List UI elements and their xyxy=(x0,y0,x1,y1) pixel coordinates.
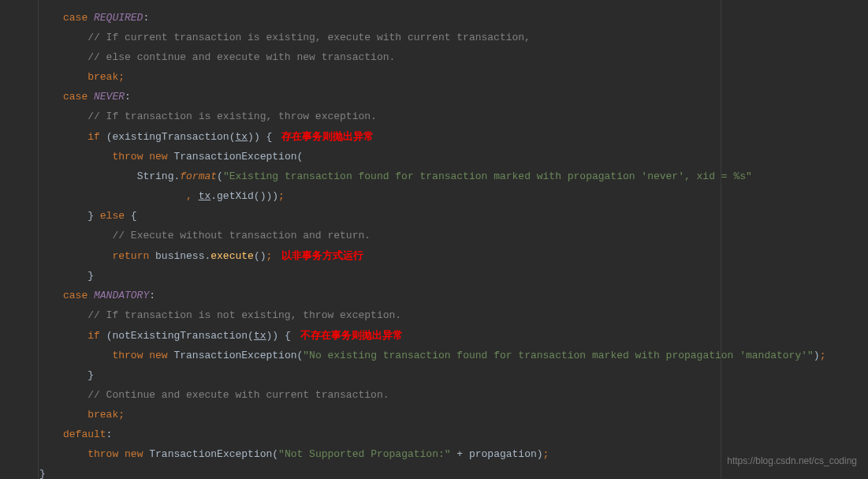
code-line: throw new TransactionException("No exist… xyxy=(39,346,868,365)
code-line: break; xyxy=(39,405,868,425)
code-line: throw new TransactionException( xyxy=(39,147,868,167)
annotation-no-tx-run: 以非事务方式运行 xyxy=(272,249,363,261)
code-line: // Continue and execute with current tra… xyxy=(39,385,868,405)
code-line: if (notExistingTransaction(tx)) {不存在事务则抛… xyxy=(39,325,868,346)
code-line: break; xyxy=(39,67,868,87)
code-line: , tx.getXid())); xyxy=(39,186,868,206)
code-line: } xyxy=(39,266,868,286)
watermark: https://blog.csdn.net/cs_coding xyxy=(727,451,857,471)
code-line: case MANDATORY: xyxy=(39,286,868,305)
code-line: default: xyxy=(39,425,868,444)
code-block: case REQUIRED: // If current transaction… xyxy=(0,0,868,479)
code-line: // else continue and execute with new tr… xyxy=(39,47,868,67)
code-line: return business.execute();以非事务方式运行 xyxy=(39,245,868,266)
code-line: // If transaction is existing, throw exc… xyxy=(39,107,868,126)
code-line: } xyxy=(39,365,868,385)
code-line: // If current transaction is existing, e… xyxy=(39,28,868,47)
code-line: String.format("Existing transaction foun… xyxy=(39,167,868,186)
code-line: } else { xyxy=(39,206,868,226)
annotation-exists-throw: 存在事务则抛出异常 xyxy=(272,130,374,142)
code-line: // Execute without transaction and retur… xyxy=(39,226,868,245)
code-line: case REQUIRED: xyxy=(39,8,868,28)
code-line: if (existingTransaction(tx)) {存在事务则抛出异常 xyxy=(39,126,868,147)
code-line: // If transaction is not existing, throw… xyxy=(39,305,868,325)
code-line: case NEVER: xyxy=(39,87,868,107)
annotation-not-exists-throw: 不存在事务则抛出异常 xyxy=(291,329,403,341)
